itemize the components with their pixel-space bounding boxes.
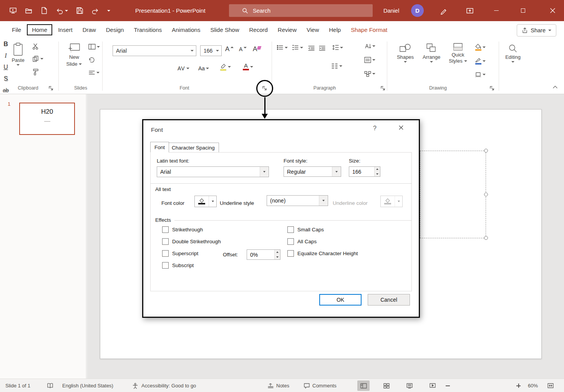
tab-record[interactable]: Record bbox=[244, 24, 272, 35]
checkbox-strikethrough[interactable] bbox=[162, 226, 169, 233]
underline-style-dropdown-icon[interactable] bbox=[319, 196, 328, 206]
underline-style-select[interactable]: (none) bbox=[267, 195, 328, 206]
view-reading-button[interactable] bbox=[403, 380, 416, 391]
maximize-button[interactable] bbox=[514, 0, 532, 21]
accessibility-status[interactable]: Accessibility: Good to go bbox=[141, 379, 196, 392]
editing-button[interactable]: Editing bbox=[502, 44, 524, 63]
font-color-dropdown-icon[interactable] bbox=[209, 196, 216, 207]
line-spacing-button[interactable] bbox=[332, 45, 343, 50]
tab-draw[interactable]: Draw bbox=[78, 24, 101, 35]
paragraph-dialog-launcher[interactable] bbox=[380, 86, 386, 91]
font-style-dropdown-icon[interactable] bbox=[332, 167, 341, 176]
share-button[interactable]: Share bbox=[517, 24, 556, 37]
columns-button[interactable] bbox=[331, 63, 342, 69]
increase-indent-button[interactable] bbox=[319, 45, 325, 51]
tab-review[interactable]: Review bbox=[273, 24, 302, 35]
checkbox-equalize-character-height[interactable] bbox=[287, 250, 294, 257]
open-icon[interactable] bbox=[25, 7, 33, 14]
size-down-icon[interactable] bbox=[375, 172, 380, 177]
font-color-picker[interactable] bbox=[194, 196, 217, 207]
offset-down-icon[interactable] bbox=[275, 255, 280, 260]
tab-font-page[interactable]: Font bbox=[150, 142, 169, 153]
tab-home[interactable]: Home bbox=[27, 24, 52, 35]
notes-button[interactable]: Notes bbox=[267, 379, 289, 392]
slide-layout-button[interactable] bbox=[88, 44, 100, 50]
save-button[interactable] bbox=[76, 7, 83, 14]
checkbox-double-strikethrough[interactable] bbox=[162, 238, 169, 245]
section-button[interactable] bbox=[88, 70, 100, 75]
proofing-icon[interactable] bbox=[47, 379, 53, 392]
dialog-close-button[interactable] bbox=[398, 125, 404, 131]
arrange-button[interactable]: Arrange bbox=[420, 43, 443, 63]
tab-transitions[interactable]: Transitions bbox=[129, 24, 167, 35]
new-slide-button[interactable]: New Slide bbox=[63, 42, 85, 67]
font-style-select[interactable]: Regular bbox=[284, 166, 341, 177]
tab-shape-format[interactable]: Shape Format bbox=[346, 24, 392, 35]
ok-button[interactable]: OK bbox=[319, 294, 362, 306]
tab-animations[interactable]: Animations bbox=[167, 24, 205, 35]
close-button[interactable] bbox=[541, 0, 564, 21]
underline-color-picker[interactable] bbox=[380, 196, 403, 207]
latin-font-dropdown-icon[interactable] bbox=[260, 167, 269, 177]
checkbox-small-caps[interactable] bbox=[287, 226, 294, 233]
start-slideshow-icon[interactable] bbox=[9, 7, 17, 14]
latin-font-select[interactable]: Arial bbox=[157, 166, 269, 177]
dialog-help-button[interactable]: ? bbox=[373, 125, 377, 132]
font-size-dropdown-icon[interactable] bbox=[214, 46, 221, 56]
text-direction-button[interactable] bbox=[364, 43, 375, 49]
slide-indicator[interactable]: Slide 1 of 1 bbox=[5, 379, 30, 392]
selection-handle[interactable] bbox=[484, 149, 488, 153]
size-up-icon[interactable] bbox=[375, 167, 380, 172]
user-name[interactable]: Daniel bbox=[383, 0, 399, 21]
shrink-font-button[interactable]: A bbox=[239, 46, 247, 52]
tab-view[interactable]: View bbox=[302, 24, 324, 35]
size-spinner[interactable]: 166 bbox=[349, 166, 380, 177]
copy-button[interactable] bbox=[32, 55, 43, 62]
reset-slide-button[interactable] bbox=[88, 57, 95, 63]
shape-fill-button[interactable] bbox=[475, 44, 486, 51]
offset-input[interactable]: 0% bbox=[247, 249, 280, 260]
clear-formatting-button[interactable]: A bbox=[253, 45, 261, 53]
tab-file[interactable]: File bbox=[7, 24, 26, 35]
shapes-button[interactable]: Shapes bbox=[394, 43, 416, 63]
align-text-button[interactable] bbox=[364, 57, 375, 63]
checkbox-subscript[interactable] bbox=[162, 262, 169, 269]
offset-up-icon[interactable] bbox=[275, 250, 280, 255]
cut-button[interactable] bbox=[32, 43, 39, 50]
fit-slide-to-window-button[interactable] bbox=[547, 379, 554, 392]
format-painter-button[interactable] bbox=[32, 68, 39, 75]
view-slideshow-button[interactable] bbox=[426, 380, 439, 391]
decrease-indent-button[interactable] bbox=[308, 45, 315, 51]
new-file-icon[interactable] bbox=[41, 7, 48, 14]
zoom-in-button[interactable] bbox=[516, 379, 521, 392]
customize-qat-icon[interactable] bbox=[107, 10, 110, 12]
change-case-button[interactable]: Aa bbox=[198, 65, 209, 71]
bullets-button[interactable] bbox=[277, 45, 288, 50]
view-slide-sorter-button[interactable] bbox=[380, 380, 393, 391]
redo-button[interactable] bbox=[91, 7, 99, 14]
numbering-button[interactable] bbox=[292, 45, 303, 50]
checkbox-superscript[interactable] bbox=[162, 250, 169, 257]
avatar[interactable]: D bbox=[411, 4, 424, 17]
paste-button[interactable]: Paste bbox=[8, 42, 28, 66]
slide-thumbnail[interactable]: H20 bbox=[19, 103, 75, 135]
selection-handle[interactable] bbox=[484, 236, 488, 240]
font-size-combobox[interactable]: 166 bbox=[200, 45, 222, 56]
collapse-ribbon-button[interactable] bbox=[552, 85, 558, 89]
shape-outline-button[interactable] bbox=[475, 58, 486, 65]
shape-effects-button[interactable] bbox=[475, 71, 486, 77]
convert-to-smartart-button[interactable] bbox=[364, 71, 375, 77]
text-placeholder[interactable] bbox=[420, 151, 486, 238]
tab-character-spacing[interactable]: Character Spacing bbox=[168, 143, 219, 153]
character-spacing-button[interactable]: AV bbox=[177, 65, 189, 71]
font-name-dropdown-icon[interactable] bbox=[188, 46, 196, 56]
text-highlight-button[interactable] bbox=[220, 63, 231, 71]
tab-insert[interactable]: Insert bbox=[53, 24, 78, 35]
checkbox-all-caps[interactable] bbox=[287, 238, 294, 245]
grow-font-button[interactable]: A bbox=[225, 45, 234, 53]
zoom-level[interactable]: 60% bbox=[528, 379, 538, 392]
font-color-button[interactable]: A bbox=[243, 63, 253, 70]
drawing-dialog-launcher[interactable] bbox=[489, 86, 495, 91]
tab-design[interactable]: Design bbox=[101, 24, 129, 35]
font-name-combobox[interactable]: Arial bbox=[113, 45, 196, 56]
